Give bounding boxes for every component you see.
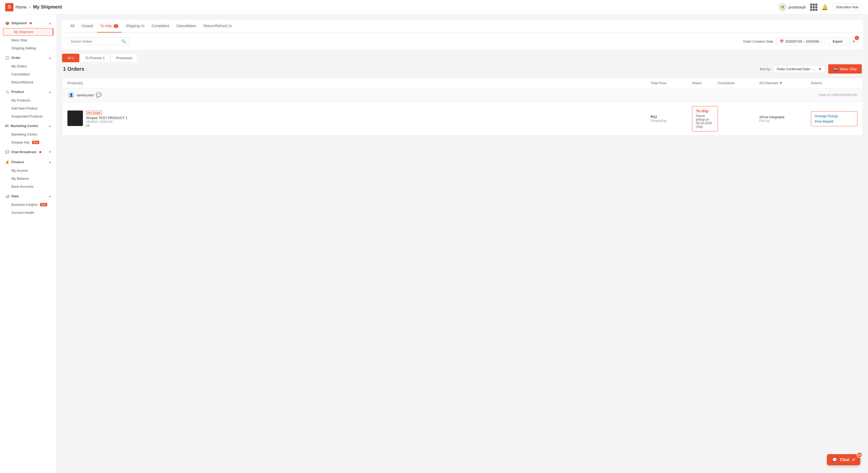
order-chat-icon[interactable]: 💬 [96,92,101,98]
sidebar-item-shipping-setting[interactable]: Shipping Setting [0,44,57,52]
sort-select[interactable]: Order Confirmed Date - ... ▼ [773,65,825,73]
orders-header: 1 Orders Sort by Order Confirmed Date - … [62,64,863,74]
date-value: 2020/07/25 – 2020/08/... [785,39,822,43]
orders-table: Product(s) Total Price Status Countdown … [62,78,863,136]
col-status: Status [692,81,718,85]
sidebar-section-product: 🏷️ Product ▲ My Products Add New Product… [0,87,57,120]
search-box[interactable]: 🔍 [67,37,129,45]
top-nav-right: 🌿 prostoreph 🔔 Education Hub [778,3,863,11]
data-section-icon: 📊 [5,194,9,198]
order-section-label: Order [11,56,21,60]
tab-return-refund[interactable]: Return/Refund 15 [200,20,235,33]
sidebar-section-order: 📋 Order ▲ My Orders Cancellation Return/… [0,53,57,86]
chat-fab-icon: 💬 [832,457,837,462]
sort-row: Sort by Order Confirmed Date - ... ▼ 🚢 M… [760,64,862,74]
filter-right: Order Creation Date 📅 2020/07/25 – 2020/… [743,37,858,45]
main-content: All Unpaid To ship 1 Shipping 23 Complet… [57,14,868,473]
filter-badge: 1 [855,36,859,40]
sidebar-section-shipment: 📦 Shipment ▲ My Shipment Mass Ship Shipp… [0,19,57,52]
data-chevron: ▲ [48,194,52,198]
sidebar-item-shopee-ads[interactable]: Shopee Ads New [0,138,57,146]
order-username: sammy.test [77,93,94,97]
marketing-section-icon: 🏷 [5,124,8,128]
sidebar-item-business-insights[interactable]: Business Insights New [0,201,57,209]
finance-chevron: ▲ [48,160,52,164]
col-channels[interactable]: All Channels ▼ [759,81,811,85]
page-title: My Shipment [33,4,62,10]
expand-icon: ⤢ [852,457,855,462]
shopee-logo: S [5,3,13,11]
education-hub-button[interactable]: Education Hub [832,3,863,11]
sidebar-section-marketing: 🏷 Marketing Centre ▲ Marketing Centre Sh… [0,121,57,146]
sidebar-item-my-shipment[interactable]: My Shipment [3,28,54,36]
price-col: ₱92 ShopeePay [651,115,692,123]
order-user-avatar: 👤 [67,91,75,99]
col-actions: Actions [811,81,858,85]
breadcrumb-separator: > [29,5,31,9]
export-button[interactable]: Export [828,37,847,45]
sidebar-section-order-header[interactable]: 📋 Order ▲ [0,53,57,62]
sidebar-section-marketing-header[interactable]: 🏷 Marketing Centre ▲ [0,121,57,130]
finance-section-icon: 💰 [5,160,9,164]
sub-tab-processed[interactable]: Processed [111,54,137,62]
status-label: To ship [696,109,714,113]
sidebar-item-my-products[interactable]: My Products [0,96,57,104]
sidebar-section-finance-header[interactable]: 💰 Finance ▲ [0,158,57,167]
mass-ship-button[interactable]: 🚢 Mass Ship [828,64,862,74]
sidebar-item-account-health[interactable]: Account Health [0,209,57,216]
chat-fab-badge: 20 [857,452,862,458]
sort-value: Order Confirmed Date - ... [777,67,815,71]
main-layout: 📦 Shipment ▲ My Shipment Mass Ship Shipp… [0,14,868,473]
tab-to-ship[interactable]: To ship 1 [97,20,121,33]
sidebar-item-my-balance[interactable]: My Balance [0,174,57,182]
actions-col: Arrange Pickup Print Waybill [811,111,858,126]
arrange-pickup-link[interactable]: Arrange Pickup [815,114,854,118]
sidebar-item-my-orders[interactable]: My Orders [0,62,57,70]
print-waybill-link[interactable]: Print Waybill [815,120,854,124]
tab-cancellation[interactable]: Cancellation [173,20,199,33]
apps-grid-icon[interactable] [810,4,817,11]
channels-label: All Channels [759,81,778,85]
sidebar-item-mass-ship[interactable]: Mass Ship [0,36,57,44]
sort-label: Sort by [760,67,770,71]
chat-broadcast-dot [39,151,41,153]
filter-lines-icon: ≡ [853,39,855,43]
logistics-type: Pick up [759,119,811,123]
sidebar-section-chat-header[interactable]: 💬 Chat Broadcast ▼ [0,147,57,157]
chat-fab-label: Chat [840,458,849,462]
bell-icon[interactable]: 🔔 [822,4,828,10]
chat-broadcast-label: Chat Broadcast [11,150,36,154]
sub-tab-to-process[interactable]: To Process 1 [80,54,110,62]
sidebar-item-add-new-product[interactable]: Add New Product [0,104,57,112]
pre-order-badge: Pre-Order [86,111,102,115]
search-filter-row: 🔍 Order Creation Date 📅 2020/07/25 – 202… [62,33,863,49]
chat-fab[interactable]: 💬 Chat ⤢ 20 [827,454,860,465]
sidebar-section-shipment-header[interactable]: 📦 Shipment ▲ [0,19,57,28]
product-details: Pre-Order Shopee TEST PRODUCT 1 Variatio… [86,110,127,127]
logistics-name: XPost Integrated [759,115,811,119]
search-input[interactable] [70,39,119,43]
sidebar-item-suspended-products[interactable]: Suspended Products [0,112,57,120]
main-tabs: All Unpaid To ship 1 Shipping 23 Complet… [62,20,863,33]
sidebar-section-product-header[interactable]: 🏷️ Product ▲ [0,87,57,96]
sidebar: 📦 Shipment ▲ My Shipment Mass Ship Shipp… [0,14,57,473]
sidebar-section-data: 📊 Data ▲ Business Insights New Account H… [0,192,57,216]
filter-icon-button[interactable]: ≡ 1 [850,37,858,45]
sidebar-item-marketing-centre[interactable]: Marketing Centre [0,130,57,138]
product-section-icon: 🏷️ [5,90,9,94]
table-row: Pre-Order Shopee TEST PRODUCT 1 Variatio… [62,102,863,136]
tab-unpaid[interactable]: Unpaid [79,20,96,33]
sidebar-item-return-refund[interactable]: Return/Refund [0,78,57,86]
order-row-header: 👤 sammy.test 💬 Order ID 20081436S9PEHH [62,88,863,102]
date-input[interactable]: 📅 2020/07/25 – 2020/08/... [776,38,825,45]
sidebar-item-my-income[interactable]: My Income [0,167,57,174]
sidebar-section-data-header[interactable]: 📊 Data ▲ [0,192,57,201]
tab-all[interactable]: All [67,20,78,33]
sidebar-item-cancellation[interactable]: Cancellation [0,70,57,78]
home-link[interactable]: Home [16,5,27,9]
sub-tab-all[interactable]: All 1 [62,54,79,62]
sidebar-item-bank-accounts[interactable]: Bank Accounts [0,182,57,191]
tab-shipping[interactable]: Shipping 23 [122,20,148,33]
username-label: prostoreph [789,5,806,9]
tab-completed[interactable]: Completed [149,20,172,33]
